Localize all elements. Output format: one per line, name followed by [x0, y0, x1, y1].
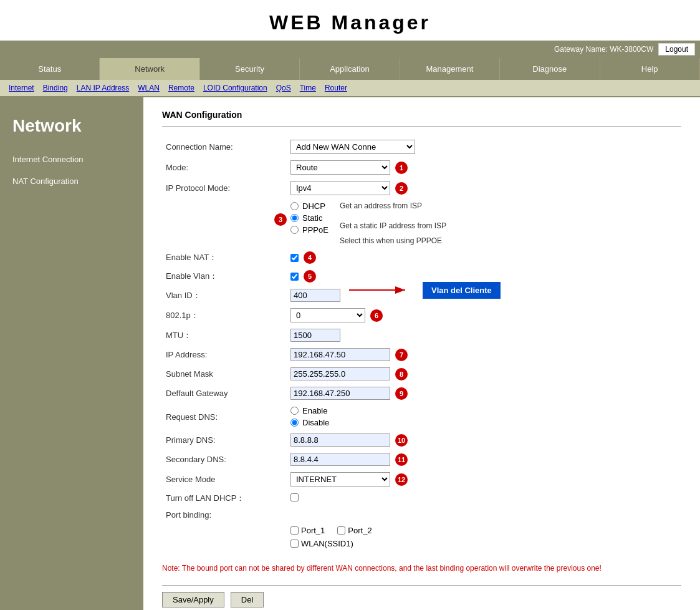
subnet-mask-label: Subnet Mask — [162, 364, 287, 384]
tooltip-vlan: Vlan del Cliente — [423, 282, 501, 299]
nav-network[interactable]: Network — [100, 58, 199, 80]
subnav-remote[interactable]: Remote — [165, 82, 198, 94]
logout-button[interactable]: Logout — [658, 43, 695, 56]
subnav-router[interactable]: Router — [321, 82, 351, 94]
primary-dns-label: Primary DNS: — [162, 430, 287, 450]
subnav-internet[interactable]: Internet — [5, 82, 38, 94]
pppoe-radio[interactable] — [290, 226, 299, 234]
port2-checkbox[interactable] — [337, 526, 345, 535]
vlan-id-label: Vlan ID： — [162, 286, 287, 305]
port1-checkbox[interactable] — [290, 526, 299, 535]
service-mode-label: Service Mode — [162, 469, 287, 490]
badge-7: 7 — [395, 349, 408, 361]
subnav-wlan[interactable]: WLAN — [134, 82, 163, 94]
dhcp-radio[interactable] — [290, 202, 299, 210]
gateway-name: Gateway Name: WK-3800CW — [554, 45, 653, 54]
badge-2: 2 — [395, 182, 408, 195]
pppoe-desc: Select this when using PPPOE — [340, 236, 446, 245]
subnav-loid[interactable]: LOID Configuration — [199, 82, 271, 94]
static-label: Static — [302, 213, 323, 223]
mtu-label: MTU： — [162, 326, 287, 345]
wlan-label: WLAN(SSID1) — [301, 539, 353, 548]
nav-status[interactable]: Status — [0, 58, 100, 80]
bottom-buttons: Save/Apply Del — [162, 585, 681, 608]
primary-dns-input[interactable] — [290, 433, 390, 447]
enable-nat-checkbox[interactable] — [290, 254, 299, 262]
pppoe-label: PPPoE — [302, 225, 328, 235]
subnav-qos[interactable]: QoS — [272, 82, 295, 94]
default-gateway-label: Deffault Gateway — [162, 384, 287, 403]
port1-label: Port_1 — [301, 526, 325, 535]
dhcp-label: DHCP — [302, 201, 325, 211]
sub-nav: Internet Binding LAN IP Address WLAN Rem… — [0, 80, 700, 97]
mtu-input[interactable] — [290, 329, 340, 342]
dns-disable-label: Disable — [302, 418, 329, 427]
secondary-dns-label: Secondary DNS: — [162, 450, 287, 469]
badge-1: 1 — [395, 162, 408, 174]
badge-4: 4 — [304, 251, 316, 264]
sidebar-item-internet[interactable]: Internet Connection — [0, 148, 143, 170]
badge-3: 3 — [274, 213, 287, 226]
enable-vlan-checkbox[interactable] — [290, 273, 299, 281]
sidebar-item-nat[interactable]: NAT Configuration — [0, 170, 143, 192]
topbar: Gateway Name: WK-3800CW Logout — [0, 41, 700, 58]
dns-enable-radio[interactable] — [290, 407, 299, 415]
wlan-checkbox[interactable] — [290, 540, 299, 548]
badge-10: 10 — [395, 434, 408, 447]
badge-12: 12 — [395, 473, 408, 486]
service-mode-select[interactable]: INTERNET VOIP OTHER — [290, 472, 390, 487]
dot1p-label: 802.1p： — [162, 305, 287, 326]
dhcp-desc: Get an address from ISP — [340, 201, 446, 210]
port-binding-group: Port_1 Port_2 — [290, 526, 678, 535]
request-dns-label: Request DNS: — [162, 403, 287, 430]
sidebar: Network Internet Connection NAT Configur… — [0, 97, 143, 610]
ip-protocol-label: IP Protocol Mode: — [162, 178, 287, 198]
badge-8: 8 — [395, 368, 408, 380]
vlan-id-input[interactable] — [290, 289, 340, 302]
nav-security[interactable]: Security — [200, 58, 300, 80]
ip-address-input[interactable] — [290, 348, 390, 361]
main-content: WAN Configuration Connection Name: Add N… — [143, 97, 700, 610]
static-desc: Get a static IP address from ISP — [340, 221, 446, 230]
save-apply-button[interactable]: Save/Apply — [162, 592, 224, 608]
badge-6: 6 — [370, 309, 383, 322]
dot1p-select[interactable]: 012 — [290, 308, 365, 322]
subnav-binding[interactable]: Binding — [39, 82, 72, 94]
turn-off-dhcp-label: Turn off LAN DHCP： — [162, 490, 287, 507]
subnav-time[interactable]: Time — [296, 82, 320, 94]
connection-name-select[interactable]: Add New WAN Conne — [290, 140, 415, 154]
badge-9: 9 — [395, 387, 408, 400]
nav-diagnose[interactable]: Diagnose — [500, 58, 600, 80]
mode-select[interactable]: Route Bridge — [290, 160, 390, 175]
subnet-mask-input[interactable] — [290, 367, 390, 380]
dns-disable-radio[interactable] — [290, 419, 299, 427]
nav-management[interactable]: Management — [400, 58, 500, 80]
arrow-annotation-svg — [343, 281, 418, 299]
default-gateway-input[interactable] — [290, 387, 390, 400]
sidebar-title: Network — [0, 104, 143, 148]
nav-help[interactable]: Help — [600, 58, 700, 80]
subnav-lan-ip[interactable]: LAN IP Address — [73, 82, 133, 94]
dns-enable-label: Enable — [302, 406, 327, 415]
section-title: WAN Configuration — [162, 110, 681, 120]
main-nav: Status Network Security Application Mana… — [0, 58, 700, 80]
del-button[interactable]: Del — [231, 592, 264, 608]
ip-protocol-select[interactable]: Ipv4 Ipv6 — [290, 181, 390, 195]
layout: Network Internet Connection NAT Configur… — [0, 97, 700, 610]
nav-application[interactable]: Application — [300, 58, 400, 80]
badge-5: 5 — [304, 270, 316, 283]
port-binding-label: Port binding: — [162, 507, 287, 523]
secondary-dns-input[interactable] — [290, 453, 390, 466]
port2-label: Port_2 — [348, 526, 372, 535]
connection-name-label: Connection Name: — [162, 137, 287, 157]
page-title: WEB Manager — [0, 0, 700, 41]
ip-address-label: IP Address: — [162, 345, 287, 364]
enable-nat-label: Enable NAT： — [162, 248, 287, 267]
turn-off-dhcp-checkbox[interactable] — [290, 493, 299, 501]
wan-config-form: Connection Name: Add New WAN Conne Mode:… — [162, 137, 681, 551]
mode-label: Mode: — [162, 157, 287, 178]
enable-vlan-label: Enable Vlan： — [162, 267, 287, 286]
static-radio[interactable] — [290, 214, 299, 222]
badge-11: 11 — [395, 453, 408, 466]
note-text: Note: The bound port can not be shared b… — [162, 564, 681, 573]
